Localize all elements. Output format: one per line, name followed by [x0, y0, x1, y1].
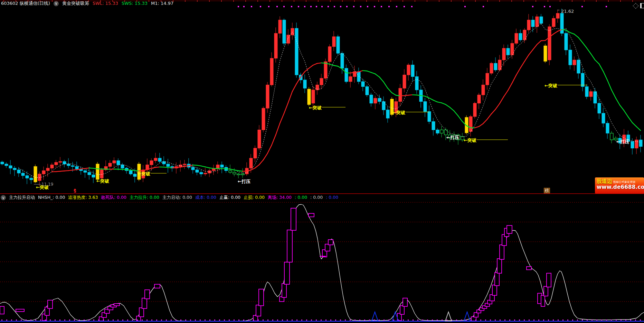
sell-marker: S: [74, 189, 76, 194]
sws-value: SWS: 15.33: [122, 0, 148, 7]
high-tick-glyph: ~: [557, 8, 560, 12]
indicator-field: 止赢: 0.00: [219, 195, 240, 201]
breakout-label: ←突破: [392, 110, 406, 115]
chart-canvas[interactable]: ←突破←突破←突破←打压←突破←突破←打压←突破←突破←打压11.19~21.6…: [0, 0, 644, 323]
indicator-field: NHSH_: 0.00: [38, 195, 65, 201]
indicator-name-main[interactable]: 黄金突破吸筹: [62, 0, 89, 7]
indicator-dot-row: [1, 320, 641, 321]
indicator-step-boxes: [0, 208, 551, 321]
rank-badge[interactable]: 榜: [544, 188, 550, 193]
ma-slow-line: [52, 30, 641, 172]
breakout-label: ←突破: [544, 83, 558, 88]
indicator-field: 离场: 34.00: [268, 195, 292, 201]
chevron-down-icon[interactable]: ∨: [1, 195, 6, 200]
m1-value: M1: 14.97: [151, 0, 173, 7]
indicator-field: : 0.00: [295, 195, 307, 201]
indicator-field: 敢死队: 0.00: [101, 195, 126, 201]
sub-indicator-fields: NHSH_: 0.00追涨热度: 3.63敢死队: 0.00主力拉升: 0.00…: [38, 195, 338, 201]
suppress-label: ←打压: [238, 179, 250, 184]
suppress-label: ←打压: [446, 135, 459, 140]
indicator-field: : 0.00: [326, 195, 338, 201]
trading-app-window: 603602 纵横通信(日线) ∨ 黄金突破吸筹 SWL: 15.33 SWS:…: [0, 0, 644, 323]
breakout-label: ←突破: [138, 171, 151, 176]
low-price-label: 11.19: [41, 182, 53, 187]
indicator-field: 止损: 0.00: [244, 195, 265, 201]
chevron-down-icon[interactable]: ∨: [54, 1, 59, 6]
main-chart-header: 603602 纵横通信(日线) ∨ 黄金突破吸筹 SWL: 15.33 SWS:…: [0, 0, 644, 7]
indicator-field: 追涨热度: 3.63: [68, 195, 98, 201]
candlestick-series: [1, 9, 642, 186]
swl-value: SWL: 15.33: [93, 0, 118, 7]
watermark-brand: 股道边: [597, 178, 612, 184]
breakout-label: ←突破: [96, 178, 110, 184]
sub-indicator-header: ∨ 主力拉升启动 NHSH_: 0.00追涨热度: 3.63敢死队: 0.00主…: [1, 194, 643, 201]
watermark-tagline: 指标公式量化资源: [613, 180, 635, 184]
indicator-field: 成本: 0.00: [195, 195, 216, 201]
vendor-watermark: 股道边 指标公式量化资源 www.de6688.com: [595, 177, 644, 194]
indicator-field: 主力拉升: 0.00: [130, 195, 159, 201]
stock-title[interactable]: 603602 纵横通信(日线): [1, 0, 50, 7]
indicator-field: 主力启动: 0.00: [162, 195, 192, 201]
high-price-label: 21.62: [561, 9, 574, 14]
suppress-label: ←打压: [616, 139, 629, 144]
panel-toggle-icon[interactable]: [640, 3, 644, 8]
watermark-url: www.de6688.com: [597, 184, 643, 190]
breakout-label: ←突破: [464, 138, 477, 143]
indicator-field: : 0.00: [310, 195, 323, 201]
sub-indicator-title[interactable]: 主力拉升启动: [9, 195, 35, 201]
breakout-label: ←突破: [309, 105, 322, 110]
indicator-triangles: [372, 312, 470, 321]
